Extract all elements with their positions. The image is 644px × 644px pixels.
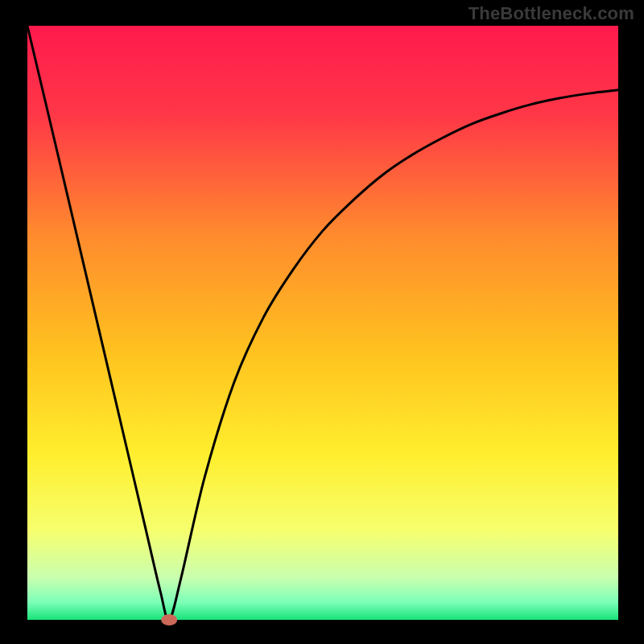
- watermark-text: TheBottleneck.com: [469, 3, 634, 24]
- plot-background: [27, 26, 618, 620]
- bottleneck-marker: [161, 614, 177, 625]
- chart-canvas: [0, 0, 644, 644]
- chart-frame: TheBottleneck.com: [0, 0, 644, 644]
